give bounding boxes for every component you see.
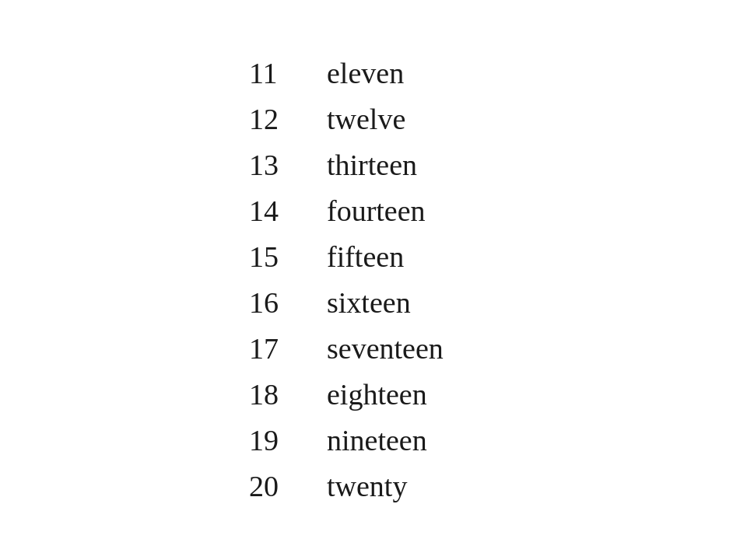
digit-17: 17 xyxy=(249,327,327,370)
number-row: 19nineteen xyxy=(249,419,498,462)
number-row: 18eighteen xyxy=(249,373,498,416)
word-eleven: eleven xyxy=(327,52,498,95)
digit-15: 15 xyxy=(249,236,327,278)
word-eighteen: eighteen xyxy=(327,373,498,416)
number-row: 13thirteen xyxy=(249,144,498,187)
digit-19: 19 xyxy=(249,419,327,462)
number-row: 16sixteen xyxy=(249,282,498,324)
word-fifteen: fifteen xyxy=(327,236,498,278)
digit-11: 11 xyxy=(249,52,327,95)
word-thirteen: thirteen xyxy=(327,144,498,187)
word-twenty: twenty xyxy=(327,465,498,508)
digit-13: 13 xyxy=(249,144,327,187)
word-twelve: twelve xyxy=(327,98,498,141)
digit-14: 14 xyxy=(249,190,327,233)
digit-16: 16 xyxy=(249,282,327,324)
digit-18: 18 xyxy=(249,373,327,416)
number-list: 11eleven12twelve13thirteen14fourteen15fi… xyxy=(249,52,498,509)
word-nineteen: nineteen xyxy=(327,419,498,462)
number-row: 17seventeen xyxy=(249,327,498,370)
word-seventeen: seventeen xyxy=(327,327,498,370)
number-row: 11eleven xyxy=(249,52,498,95)
number-row: 12twelve xyxy=(249,98,498,141)
digit-20: 20 xyxy=(249,465,327,508)
word-sixteen: sixteen xyxy=(327,282,498,324)
word-fourteen: fourteen xyxy=(327,190,498,233)
number-row: 20twenty xyxy=(249,465,498,508)
number-row: 14fourteen xyxy=(249,190,498,233)
digit-12: 12 xyxy=(249,98,327,141)
number-row: 15fifteen xyxy=(249,236,498,278)
